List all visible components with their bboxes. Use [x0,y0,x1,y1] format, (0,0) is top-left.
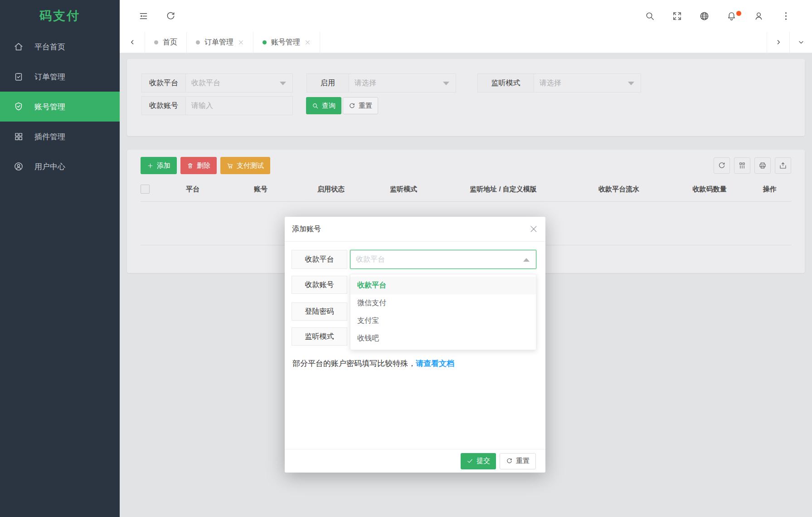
table-refresh-button[interactable] [714,157,730,174]
table-export-button[interactable] [775,157,791,174]
delete-button-label: 删除 [197,161,210,170]
cart-icon [227,162,233,169]
tab-status-dot [263,40,267,44]
person-icon [754,11,764,21]
tab-home[interactable]: 首页 [145,32,187,53]
filter-enable-label: 启用 [306,73,349,93]
column-header-platform-flow: 收款平台流水 [567,185,671,194]
tab-label: 订单管理 [204,38,233,47]
query-button-label: 查询 [322,102,335,110]
modal-platform-select[interactable]: 收款平台 [350,250,536,269]
dropdown-option-shouqianba[interactable]: 收钱吧 [350,330,536,347]
filter-listen-mode-select[interactable]: 请选择 [534,73,641,93]
language-button[interactable] [690,0,718,32]
sidebar-item-plugins[interactable]: 插件管理 [0,122,120,151]
chevron-left-icon [129,39,136,46]
sidebar-item-accounts[interactable]: 账号管理 [0,92,120,122]
dropdown-option-wechat-pay[interactable]: 微信支付 [350,294,536,312]
table-header-row: 平台 账号 启用状态 监听模式 监听地址 / 自定义模版 收款平台流水 收款码数… [141,177,791,202]
modal-listen-mode-label: 监听模式 [292,327,347,346]
filter-account-input[interactable] [191,102,287,110]
search-icon [645,11,655,21]
modal-platform-row: 收款平台 收款平台 [292,250,536,269]
dropdown-option-platform[interactable]: 收款平台 [350,277,536,294]
delete-account-button[interactable]: 删除 [180,157,217,174]
refresh-icon [165,11,176,21]
tab-close-icon[interactable] [238,39,244,45]
search-icon [312,102,319,109]
bell-icon [726,11,737,21]
tab-orders[interactable]: 订单管理 [187,32,253,53]
columns-filter-icon [738,161,746,170]
select-placeholder: 请选择 [540,78,561,88]
table-print-button[interactable] [754,157,771,174]
filter-reset-button[interactable]: 重置 [343,97,378,114]
sidebar: 码支付 平台首页 订单管理 账号管理 插件管理 用户中心 [0,0,120,517]
header-left [130,0,184,32]
column-header-platform: 平台 [159,185,227,194]
tip-text: 部分平台的账户密码填写比较特殊， [292,359,416,368]
more-options-button[interactable] [772,0,799,32]
column-header-account: 账号 [227,185,295,194]
tabs-scroll-left-button[interactable] [120,32,145,53]
home-icon [14,42,24,52]
filter-enable-select[interactable]: 请选择 [349,73,456,93]
modal-footer: 提交 重置 [285,449,545,473]
select-placeholder: 请选择 [355,78,376,88]
sidebar-item-user-center[interactable]: 用户中心 [0,151,120,181]
user-profile-button[interactable] [745,0,772,32]
table-columns-button[interactable] [734,157,750,174]
search-button[interactable] [636,0,663,32]
modal-platform-label: 收款平台 [292,250,347,269]
query-button[interactable]: 查询 [306,97,341,114]
tab-close-icon[interactable] [305,39,311,45]
filter-platform-select[interactable]: 收款平台 [186,73,293,93]
sidebar-item-orders[interactable]: 订单管理 [0,62,120,92]
filter-platform-label: 收款平台 [141,73,186,93]
select-placeholder: 收款平台 [191,78,220,88]
table-action-buttons: 添加 删除 支付测试 [141,157,270,174]
pay-test-button[interactable]: 支付测试 [220,157,270,174]
order-icon [14,72,24,82]
filter-account-label: 收款账号 [141,96,186,115]
add-button-label: 添加 [157,161,170,170]
dropdown-option-alipay[interactable]: 支付宝 [350,312,536,330]
caret-down-icon [628,82,634,85]
column-header-enabled: 启用状态 [295,185,367,194]
view-docs-link[interactable]: 请查看文档 [416,359,454,368]
globe-icon [699,11,710,21]
tab-accounts[interactable]: 账号管理 [253,32,320,53]
notifications-button[interactable] [718,0,745,32]
sidebar-item-label: 插件管理 [34,132,65,142]
sidebar-item-platform-home[interactable]: 平台首页 [0,32,120,62]
refresh-icon [718,161,726,170]
select-all-checkbox[interactable] [141,185,150,194]
chevron-right-icon [775,39,782,46]
modal-reset-button[interactable]: 重置 [500,453,536,469]
select-placeholder: 收款平台 [356,255,385,264]
user-circle-icon [14,161,24,171]
filter-listen-mode-group: 监听模式 请选择 [477,73,641,93]
pay-test-button-label: 支付测试 [237,161,264,170]
caret-up-icon [523,258,530,262]
collapse-sidebar-button[interactable] [130,0,157,32]
submit-button[interactable]: 提交 [461,453,496,469]
add-account-modal: 添加账号 收款平台 收款平台 收款账号 登陆密码 监听模式 收款平台 微信支付 … [285,217,545,473]
fullscreen-button[interactable] [663,0,690,32]
tab-status-dot [154,40,158,44]
modal-tip: 部分平台的账户密码填写比较特殊，请查看文档 [292,358,454,369]
tabs-scroll-right-button[interactable] [767,32,789,53]
check-icon [467,458,473,464]
chevron-down-icon [797,39,805,46]
add-account-button[interactable]: 添加 [141,157,177,174]
refresh-icon [506,458,513,464]
refresh-page-button[interactable] [157,0,184,32]
column-header-actions: 操作 [748,185,791,194]
reset-button-label: 重置 [359,102,372,110]
header-right [636,0,799,32]
filter-platform-group: 收款平台 收款平台 [141,73,293,93]
filter-listen-mode-label: 监听模式 [477,73,534,93]
modal-close-button[interactable] [529,224,538,234]
tabs-menu-button[interactable] [789,32,812,53]
tab-label: 首页 [163,38,177,47]
